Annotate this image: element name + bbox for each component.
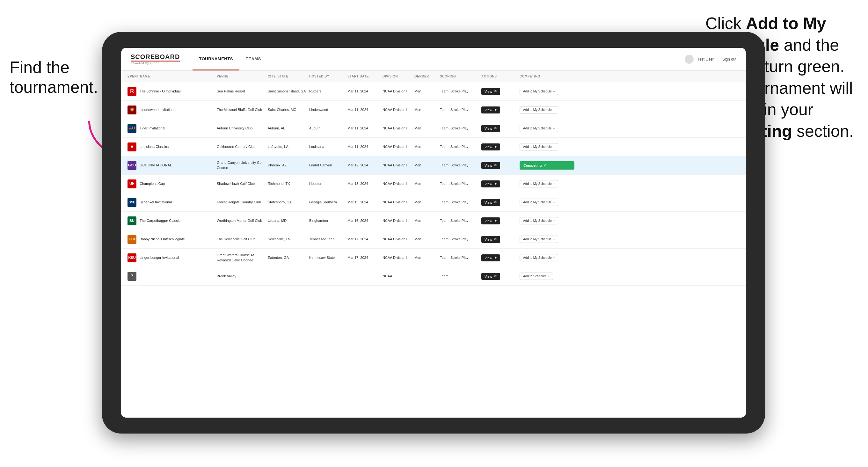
- actions-cell: View 👁: [481, 254, 520, 261]
- add-to-schedule-button[interactable]: Add to My Schedule +: [520, 125, 558, 132]
- add-to-schedule-button[interactable]: Add to My Schedule +: [520, 143, 558, 151]
- hosted-by-cell: Binghamton: [309, 218, 347, 223]
- division-cell: NCAA Division I: [382, 200, 414, 205]
- actions-cell: View 👁: [481, 125, 520, 132]
- scoring-cell: Team, Stroke Play: [440, 218, 481, 223]
- eye-icon: 👁: [494, 219, 497, 222]
- annotation-left: Find the tournament.: [9, 57, 99, 97]
- view-button[interactable]: View 👁: [481, 254, 500, 261]
- division-cell: NCAA Division I: [382, 89, 414, 94]
- table-row: ⚜ Louisiana Classics Oakbourne Country C…: [121, 138, 746, 156]
- division-cell: NCAA Division I: [382, 181, 414, 186]
- add-to-schedule-button[interactable]: Add to My Schedule +: [520, 254, 558, 261]
- tablet-screen: SCOREBOARD Powered by clippd TOURNAMENTS…: [121, 48, 746, 417]
- gender-cell: Men: [414, 107, 440, 112]
- plus-icon: +: [553, 145, 555, 149]
- event-name-cell: ⚜ Louisiana Classics: [127, 143, 217, 151]
- table-row: AU Tiger Invitational Auburn University …: [121, 119, 746, 138]
- competing-cell: Add to My Schedule +: [520, 180, 577, 187]
- actions-cell: View 👁: [481, 180, 520, 187]
- event-name: Tiger Invitational: [140, 126, 165, 131]
- view-label: View: [485, 90, 492, 93]
- add-schedule-label: Add to My Schedule: [523, 108, 552, 112]
- table-row: TTU Bobby Nichols Intercollegiate The Se…: [121, 230, 746, 249]
- view-button[interactable]: View 👁: [481, 236, 500, 243]
- hosted-by-cell: Houston: [309, 181, 347, 186]
- event-name-cell: ?: [127, 272, 217, 281]
- scoring-cell: Team, Stroke Play: [440, 163, 481, 168]
- add-to-schedule-button[interactable]: Add to My Schedule +: [520, 198, 558, 206]
- view-button[interactable]: View 👁: [481, 144, 500, 151]
- city-state-cell: Saint Simons Island, GA: [268, 89, 309, 94]
- venue-cell: Brook Valley: [217, 274, 268, 279]
- user-avatar: [685, 55, 694, 64]
- city-state-cell: Lafayette, LA: [268, 145, 309, 149]
- city-state-cell: Phoenix, AZ: [268, 163, 309, 168]
- col-actions: ACTIONS: [481, 74, 520, 78]
- view-label: View: [485, 256, 492, 260]
- add-to-schedule-button[interactable]: Add to My Schedule +: [520, 217, 558, 224]
- table-row: 🦁 Lindenwood Invitational The Missouri B…: [121, 101, 746, 119]
- view-button[interactable]: View 👁: [481, 162, 500, 169]
- eye-icon: 👁: [494, 200, 497, 204]
- city-state-cell: Sevierville, TN: [268, 237, 309, 242]
- eye-icon: 👁: [494, 108, 497, 112]
- event-name: The Carpetbagger Classic: [140, 218, 180, 223]
- event-name-cell: AU Tiger Invitational: [127, 124, 217, 133]
- tablet-frame: SCOREBOARD Powered by clippd TOURNAMENTS…: [102, 32, 765, 434]
- add-to-schedule-button[interactable]: Add to Schedule +: [520, 273, 553, 280]
- venue-cell: Shadow Hawk Golf Club: [217, 181, 268, 186]
- event-name-cell: R The Johnnie - O Individual: [127, 87, 217, 96]
- plus-icon: +: [553, 127, 555, 130]
- venue-cell: Forest Heights Country Club: [217, 200, 268, 205]
- venue-cell: Oakbourne Country Club: [217, 145, 268, 149]
- plus-icon: +: [553, 219, 555, 222]
- table-row: GCU GCU INVITATIONAL Grand Canyon Univer…: [121, 156, 746, 175]
- start-date-cell: Mar 11, 2024: [347, 126, 382, 131]
- view-button[interactable]: View 👁: [481, 106, 500, 114]
- add-to-schedule-button[interactable]: Add to My Schedule +: [520, 236, 558, 243]
- division-cell: NCAA Division I: [382, 237, 414, 242]
- competing-button[interactable]: Competing ✓: [520, 161, 575, 169]
- event-name-cell: GCU GCU INVITATIONAL: [127, 161, 217, 170]
- start-date-cell: Mar 12, 2024: [347, 163, 382, 168]
- actions-cell: View 👁: [481, 88, 520, 95]
- tab-tournaments[interactable]: TOURNAMENTS: [192, 48, 239, 70]
- col-venue: VENUE: [217, 74, 268, 78]
- view-button[interactable]: View 👁: [481, 217, 500, 224]
- plus-icon: +: [553, 182, 555, 186]
- add-to-schedule-button[interactable]: Add to My Schedule +: [520, 88, 558, 95]
- sign-out-link[interactable]: Sign out: [722, 57, 736, 62]
- view-label: View: [485, 127, 492, 130]
- add-schedule-label: Add to My Schedule: [523, 219, 552, 222]
- actions-cell: View 👁: [481, 199, 520, 206]
- view-button[interactable]: View 👁: [481, 273, 500, 280]
- col-hosted-by: HOSTED BY: [309, 74, 347, 78]
- add-to-schedule-button[interactable]: Add to My Schedule +: [520, 180, 558, 187]
- view-label: View: [485, 275, 492, 278]
- tab-teams[interactable]: TEAMS: [239, 48, 268, 70]
- view-button[interactable]: View 👁: [481, 88, 500, 95]
- start-date-cell: Mar 17, 2024: [347, 237, 382, 242]
- city-state-cell: Eatonton, GA: [268, 255, 309, 260]
- eye-icon: 👁: [494, 182, 497, 186]
- view-button[interactable]: View 👁: [481, 180, 500, 187]
- view-button[interactable]: View 👁: [481, 199, 500, 206]
- start-date-cell: Mar 17, 2024: [347, 255, 382, 260]
- gender-cell: Men: [414, 200, 440, 205]
- hosted-by-cell: Auburn: [309, 126, 347, 131]
- view-button[interactable]: View 👁: [481, 125, 500, 132]
- logo-sub: Powered by clippd: [131, 62, 160, 65]
- add-to-schedule-button[interactable]: Add to My Schedule +: [520, 106, 558, 114]
- gender-cell: Men: [414, 145, 440, 149]
- event-name: Schenkel Invitational: [140, 200, 172, 205]
- competing-cell: Add to My Schedule +: [520, 217, 577, 224]
- table-row: R The Johnnie - O Individual Sea Palms R…: [121, 82, 746, 101]
- header-right: Test User | Sign out: [685, 55, 736, 64]
- actions-cell: View 👁: [481, 236, 520, 243]
- gender-cell: Men: [414, 255, 440, 260]
- table-row: UH Champions Cup Shadow Hawk Golf Club R…: [121, 175, 746, 193]
- plus-icon: +: [553, 200, 555, 204]
- start-date-cell: Mar 11, 2024: [347, 89, 382, 94]
- start-date-cell: Mar 11, 2024: [347, 107, 382, 112]
